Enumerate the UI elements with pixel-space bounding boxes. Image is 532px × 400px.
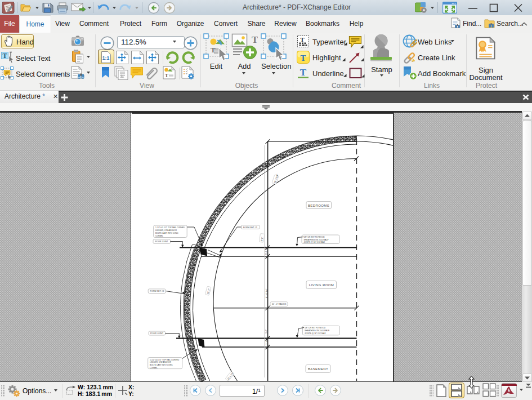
svg-text:BOLTS CAST INTO CONC: BOLTS CAST INTO CONC: [150, 364, 173, 366]
svg-text:SHEATHING ON 2x10 WALF: SHEATHING ON 2x10 WALF: [303, 238, 328, 241]
svg-text:POUR JOINT: POUR JOINT: [150, 332, 164, 335]
svg-text:10' - 0" RADIUS: 10' - 0" RADIUS: [271, 303, 286, 305]
svg-text:CORBEL: CORBEL: [155, 235, 163, 237]
svg-text:BASEMENT: BASEMENT: [307, 367, 328, 371]
svg-text:JOISTS @ 16" O/C MAX: JOISTS @ 16" O/C MAX: [305, 332, 326, 334]
svg-text:FORM SET #1: FORM SET #1: [243, 226, 257, 228]
svg-text:POUR JOINT: POUR JOINT: [155, 241, 168, 243]
svg-text:BEDROOMS: BEDROOMS: [307, 203, 329, 207]
svg-text:1-1/2"x11 1/2" TOP RAIL CURVED: 1-1/2"x11 1/2" TOP RAIL CURVED: [155, 226, 185, 229]
svg-text:LIVING ROOM: LIVING ROOM: [309, 283, 333, 287]
svg-text:5/8" CR EXT PLYWOOD: 5/8" CR EXT PLYWOOD: [303, 236, 325, 238]
svg-text:9'-7 7/8": 9'-7 7/8": [264, 246, 267, 254]
svg-text:T: T: [252, 34, 258, 45]
svg-text:1'-10": 1'-10": [265, 339, 267, 345]
svg-text:JOISTS @ 16" O/C MAX: JOISTS @ 16" O/C MAX: [303, 241, 325, 243]
svg-text:T: T: [300, 54, 306, 63]
svg-text:5/8" CR EXT PLYWOOD: 5/8" CR EXT PLYWOOD: [305, 327, 326, 329]
svg-text:T: T: [300, 36, 305, 43]
svg-text:T: T: [165, 73, 168, 78]
svg-text:1'-2": 1'-2": [265, 329, 267, 334]
svg-text:BOLTS CAST INTO CONC: BOLTS CAST INTO CONC: [155, 232, 178, 234]
svg-text:LEDGER, C/W ANCHOR: LEDGER, C/W ANCHOR: [155, 229, 177, 232]
svg-text:LEDGER, C/W ANCHOR: LEDGER, C/W ANCHOR: [150, 361, 171, 363]
svg-text:1:1: 1:1: [102, 55, 110, 61]
svg-text:8'-10 3/4": 8'-10 3/4": [265, 288, 267, 297]
svg-text:CORBEL: CORBEL: [150, 367, 158, 369]
svg-text:FORM SET #2: FORM SET #2: [150, 290, 164, 292]
svg-text:SHEATHING ON 2x10 WALF: SHEATHING ON 2x10 WALF: [305, 330, 329, 332]
svg-text:1-1/2"x11 1/2" TOP RAIL CURVED: 1-1/2"x11 1/2" TOP RAIL CURVED: [150, 358, 180, 361]
svg-text:T: T: [300, 67, 307, 78]
svg-text:T: T: [2, 52, 7, 60]
